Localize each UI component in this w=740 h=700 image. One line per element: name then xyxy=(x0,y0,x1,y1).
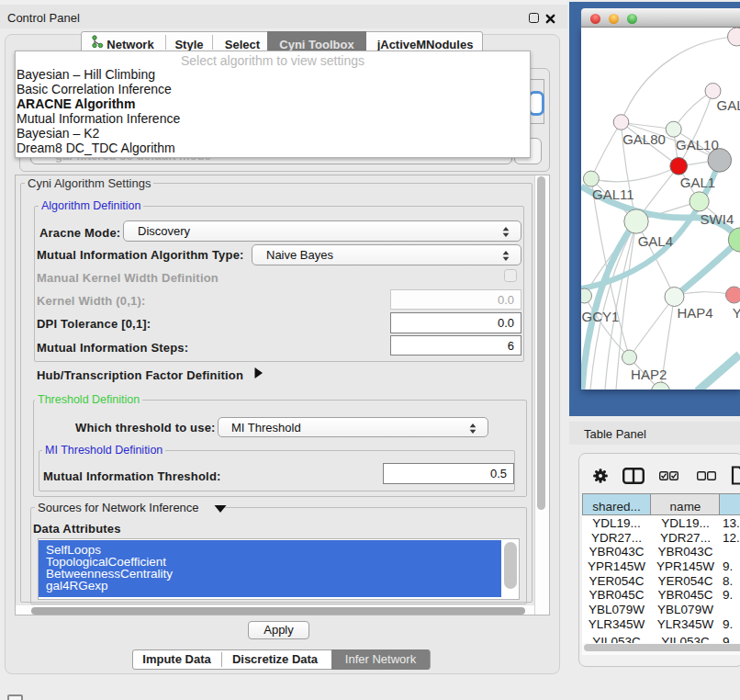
svg-text:GAL11: GAL11 xyxy=(592,186,634,202)
svg-text:GAL10: GAL10 xyxy=(676,137,719,152)
svg-text:HAP2: HAP2 xyxy=(631,367,667,382)
svg-text:SWI4: SWI4 xyxy=(701,211,734,227)
svg-text:GAL80: GAL80 xyxy=(622,131,666,147)
svg-text:GCY1: GCY1 xyxy=(582,309,620,324)
svg-text:GAL1: GAL1 xyxy=(680,175,715,190)
svg-text:GAL4: GAL4 xyxy=(638,233,673,249)
svg-text:YM: YM xyxy=(733,305,740,321)
svg-text:GAL7: GAL7 xyxy=(717,97,740,113)
svg-text:HAP4: HAP4 xyxy=(677,305,712,321)
